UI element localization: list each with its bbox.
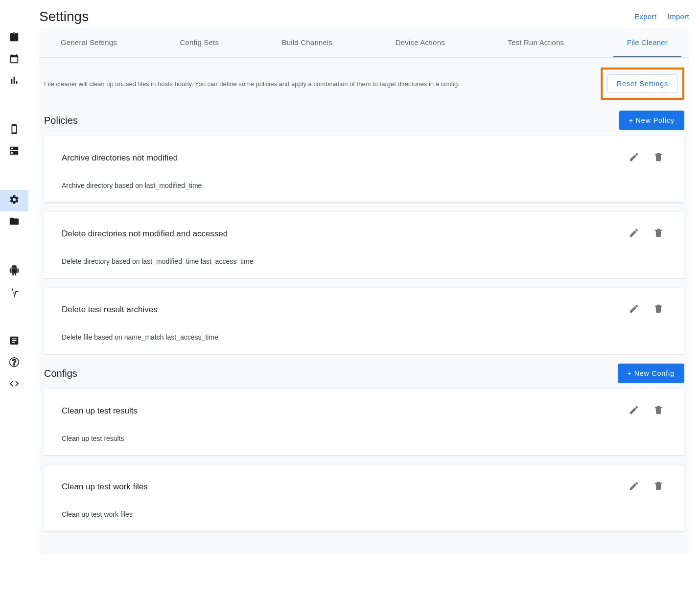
trash-icon — [653, 485, 664, 493]
policy-card: Archive directories not modified Archive… — [44, 136, 684, 203]
pencil-icon — [629, 157, 639, 164]
phone-icon — [9, 124, 20, 137]
sidebar-item-folder[interactable] — [0, 211, 28, 233]
tabs: General Settings Config Sets Build Chann… — [39, 28, 689, 58]
policy-desc: Delete file based on name_match last_acc… — [62, 333, 667, 341]
sidebar-item-activity[interactable] — [0, 282, 28, 303]
tab-device-actions[interactable]: Device Actions — [382, 28, 459, 57]
policy-card: Delete test result archives Delete file … — [44, 288, 684, 355]
config-title: Clean up test work files — [62, 482, 148, 492]
trash-icon — [653, 157, 664, 164]
delete-config-button[interactable] — [650, 478, 667, 496]
sidebar-item-bar-chart[interactable] — [0, 70, 28, 92]
new-config-button[interactable]: + New Config — [618, 364, 684, 383]
delete-config-button[interactable] — [650, 402, 667, 420]
edit-policy-button[interactable] — [626, 225, 642, 243]
configs-title: Configs — [44, 368, 77, 379]
delete-policy-button[interactable] — [650, 149, 667, 167]
sidebar — [0, 0, 28, 596]
config-title: Clean up test results — [62, 406, 138, 416]
android-icon — [9, 265, 20, 277]
sidebar-item-settings[interactable] — [0, 190, 28, 211]
tab-build-channels[interactable]: Build Channels — [268, 28, 347, 57]
config-card: Clean up test work files Clean up test w… — [44, 465, 684, 532]
config-desc: Clean up test results — [62, 435, 667, 442]
file-cleaner-description: File cleaner will clean up unused files … — [44, 80, 460, 88]
tab-file-cleaner[interactable]: File Cleaner — [613, 28, 681, 57]
trash-icon — [653, 308, 664, 316]
gear-icon — [9, 194, 20, 207]
export-link[interactable]: Export — [634, 12, 656, 21]
reset-highlight: Reset Settings — [601, 68, 684, 100]
tab-config-sets[interactable]: Config Sets — [166, 28, 233, 57]
tab-test-run-actions[interactable]: Test Run Actions — [494, 28, 578, 57]
sidebar-item-android[interactable] — [0, 260, 28, 282]
new-policy-button[interactable]: + New Policy — [619, 111, 684, 130]
policy-title: Delete test result archives — [62, 305, 158, 315]
main-content: Settings Export Import General Settings … — [28, 0, 700, 596]
sidebar-item-clipboard[interactable] — [0, 27, 28, 49]
pencil-icon — [629, 232, 639, 240]
policy-desc: Delete directory based on last_modified_… — [62, 257, 667, 265]
policies-title: Policies — [44, 115, 78, 126]
policy-card: Delete directories not modified and acce… — [44, 212, 684, 279]
pencil-icon — [629, 410, 639, 417]
import-link[interactable]: Import — [668, 12, 689, 21]
delete-policy-button[interactable] — [650, 300, 667, 319]
tab-general-settings[interactable]: General Settings — [47, 28, 131, 57]
settings-panel: General Settings Config Sets Build Chann… — [39, 28, 689, 554]
policy-desc: Archive directory based on last_modified… — [62, 182, 667, 189]
reset-settings-button[interactable]: Reset Settings — [607, 74, 677, 93]
delete-policy-button[interactable] — [650, 225, 667, 243]
calendar-icon — [9, 53, 20, 66]
sidebar-item-help[interactable] — [0, 352, 28, 374]
page-title: Settings — [39, 9, 89, 24]
pencil-icon — [629, 308, 639, 316]
activity-icon — [9, 286, 20, 299]
sidebar-item-phone[interactable] — [0, 119, 28, 141]
trash-icon — [653, 232, 664, 240]
bar-chart-icon — [9, 75, 20, 88]
dns-icon — [9, 145, 20, 158]
sidebar-item-notes[interactable] — [0, 331, 28, 352]
help-icon — [9, 357, 20, 369]
sidebar-item-dns[interactable] — [0, 141, 28, 162]
clipboard-icon — [9, 32, 20, 45]
edit-policy-button[interactable] — [626, 300, 642, 319]
policy-title: Delete directories not modified and acce… — [62, 229, 228, 239]
header-links: Export Import — [626, 12, 689, 21]
pencil-icon — [629, 485, 639, 493]
sidebar-item-code[interactable] — [0, 374, 28, 395]
folder-icon — [9, 216, 20, 229]
policy-title: Archive directories not modified — [62, 153, 178, 163]
trash-icon — [653, 410, 664, 417]
edit-config-button[interactable] — [626, 478, 642, 496]
notes-icon — [9, 335, 20, 348]
config-desc: Clean up test work files — [62, 510, 667, 518]
config-card: Clean up test results Clean up test resu… — [44, 389, 684, 456]
sidebar-item-calendar[interactable] — [0, 49, 28, 70]
edit-policy-button[interactable] — [626, 149, 642, 167]
edit-config-button[interactable] — [626, 402, 642, 420]
code-icon — [9, 378, 20, 391]
